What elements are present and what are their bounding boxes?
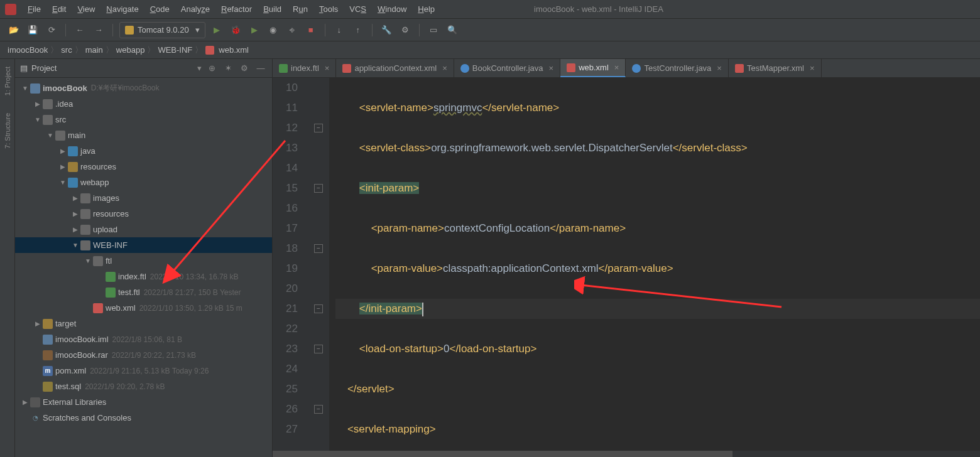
attach-button[interactable]: ⎆ [285, 23, 300, 38]
scrollbar-thumb[interactable] [273, 451, 732, 457]
fold-icon[interactable]: − [314, 345, 323, 353]
tree-row[interactable]: test.sql 2022/1/9 20:20, 2.78 kB [15, 379, 272, 394]
tree-row[interactable]: ▼ ftl [15, 253, 272, 269]
menu-window[interactable]: Window [373, 3, 411, 16]
menu-help[interactable]: Help [413, 3, 440, 16]
open-button[interactable]: 📂 [6, 23, 21, 38]
hide-button[interactable]: — [254, 62, 267, 75]
folder-icon [43, 319, 53, 329]
tab-appcontext[interactable]: applicationContext.xml× [336, 59, 454, 77]
close-icon[interactable]: × [810, 63, 815, 73]
tree-row[interactable]: ▶ resources [15, 206, 272, 222]
close-icon[interactable]: × [717, 63, 722, 73]
tree-row[interactable]: ▼ webapp [15, 175, 272, 190]
tab-testmapper[interactable]: TestMapper.xml× [729, 59, 822, 77]
breadcrumb-item[interactable]: src [61, 45, 72, 55]
close-icon[interactable]: × [325, 63, 330, 73]
fold-icon[interactable]: − [314, 124, 323, 132]
app-logo [5, 4, 16, 15]
breadcrumb-item[interactable]: imoocBook [8, 45, 48, 55]
tree-row[interactable]: ▶ resources [15, 159, 272, 175]
project-title: Project [31, 63, 193, 73]
fold-icon[interactable]: − [314, 244, 323, 253]
locate-button[interactable]: ⊕ [205, 62, 218, 75]
close-icon[interactable]: × [549, 63, 554, 73]
layout-button[interactable]: ▭ [426, 23, 441, 38]
tree-row[interactable]: ▶ target [15, 316, 272, 331]
tree-row[interactable]: ▼ main [15, 127, 272, 143]
tree-row-extlib[interactable]: ▶ External Libraries [15, 394, 272, 410]
refresh-button[interactable]: ⟳ [44, 23, 59, 38]
vcs-update-button[interactable]: ↓ [332, 23, 347, 38]
tab-bookcontroller[interactable]: BookController.java× [454, 59, 560, 77]
sidebar-tab-structure[interactable]: 7: Structure [3, 110, 13, 151]
breadcrumb-item[interactable]: webapp [116, 45, 145, 55]
tab-testcontroller[interactable]: TestController.java× [626, 59, 729, 77]
menu-tools[interactable]: Tools [314, 3, 343, 16]
vcs-commit-button[interactable]: ↑ [351, 23, 366, 38]
close-icon[interactable]: × [614, 63, 619, 72]
expand-button[interactable]: ✶ [222, 62, 234, 75]
menu-view[interactable]: View [72, 3, 100, 16]
structure-button[interactable]: 🔧 [379, 23, 394, 38]
java-icon [460, 64, 469, 73]
profile-button[interactable]: ◉ [266, 23, 281, 38]
maven-icon: m [43, 366, 53, 376]
back-button[interactable]: ← [72, 23, 87, 38]
fold-icon[interactable]: − [314, 405, 323, 414]
tree-row[interactable]: ▶ .idea [15, 96, 272, 112]
search-button[interactable]: 🔍 [445, 23, 460, 38]
menu-vcs[interactable]: VCS [344, 3, 371, 16]
folder-icon [55, 131, 65, 141]
menu-code[interactable]: Code [145, 3, 175, 16]
xml-icon [205, 46, 214, 55]
run-button[interactable]: ▶ [209, 23, 224, 38]
breadcrumb-item[interactable]: WEB-INF [158, 45, 192, 55]
menu-refactor[interactable]: Refactor [216, 3, 257, 16]
folder-icon [68, 162, 78, 172]
tree-row-webxml[interactable]: web.xml 2022/1/10 13:50, 1.29 kB 15 m [15, 300, 272, 316]
horizontal-scrollbar[interactable] [273, 451, 980, 457]
tree-row-root[interactable]: ▼ imoocBook D:¥考研¥imoocBook [15, 80, 272, 96]
debug-button[interactable]: 🐞 [228, 23, 243, 38]
code-area[interactable]: 10 11 12 13 14 15 16 17 18 19 20 21 22 2… [273, 78, 980, 457]
tree-row-testftl[interactable]: test.ftl 2022/1/8 21:27, 150 B Yester [15, 284, 272, 300]
menu-run[interactable]: Run [288, 3, 313, 16]
fold-icon[interactable]: − [314, 184, 323, 193]
tree-row[interactable]: ▼ src [15, 112, 272, 127]
tree-row[interactable]: m pom.xml 2022/1/9 21:16, 5.13 kB Today … [15, 363, 272, 379]
tree-row-scratches[interactable]: ◔ Scratches and Consoles [15, 410, 272, 426]
breadcrumb-item[interactable]: main [85, 45, 103, 55]
breadcrumb-item[interactable]: web.xml [219, 45, 249, 55]
tree-row[interactable]: ▶ images [15, 190, 272, 206]
save-button[interactable]: 💾 [25, 23, 40, 38]
menu-edit[interactable]: Edit [47, 3, 71, 16]
stop-button[interactable]: ■ [303, 23, 318, 38]
forward-button[interactable]: → [91, 23, 106, 38]
run-config-label: Tomcat 9.0.20 [138, 25, 189, 35]
menu-analyze[interactable]: Analyze [176, 3, 215, 16]
menu-navigate[interactable]: Navigate [101, 3, 143, 16]
run-config-selector[interactable]: Tomcat 9.0.20 [119, 22, 205, 38]
tree-row[interactable]: ▶ java [15, 143, 272, 159]
tree-row[interactable]: imoocBook.rar 2022/1/9 20:22, 21.73 kB [15, 347, 272, 363]
ftl-icon [279, 64, 288, 73]
tree-row-indexftl[interactable]: index.ftl 2022/1/10 13:34, 16.78 kB [15, 269, 272, 284]
settings-button[interactable]: ⚙ [398, 23, 413, 38]
folder-icon [80, 240, 90, 250]
tree-row[interactable]: ▶ upload [15, 222, 272, 237]
coverage-button[interactable]: ▶ [247, 23, 262, 38]
tab-indexftl[interactable]: index.ftl× [273, 59, 336, 77]
code-content[interactable]: <servlet-name>springmvc</servlet-name> <… [329, 78, 980, 457]
sidebar-tab-project[interactable]: 1: Project [3, 64, 13, 98]
folder-icon [93, 256, 103, 266]
tab-webxml[interactable]: web.xml× [560, 59, 626, 77]
tree-row-webinf[interactable]: ▼ WEB-INF [15, 237, 272, 253]
fold-icon[interactable]: − [314, 304, 323, 313]
tree-row[interactable]: imoocBook.iml 2022/1/8 15:06, 81 B [15, 331, 272, 347]
settings-gear-icon[interactable]: ⚙ [238, 62, 251, 75]
project-tree[interactable]: ▼ imoocBook D:¥考研¥imoocBook ▶ .idea ▼ sr… [15, 78, 272, 457]
menu-build[interactable]: Build [258, 3, 286, 16]
menu-file[interactable]: File [23, 3, 46, 16]
close-icon[interactable]: × [442, 63, 447, 73]
